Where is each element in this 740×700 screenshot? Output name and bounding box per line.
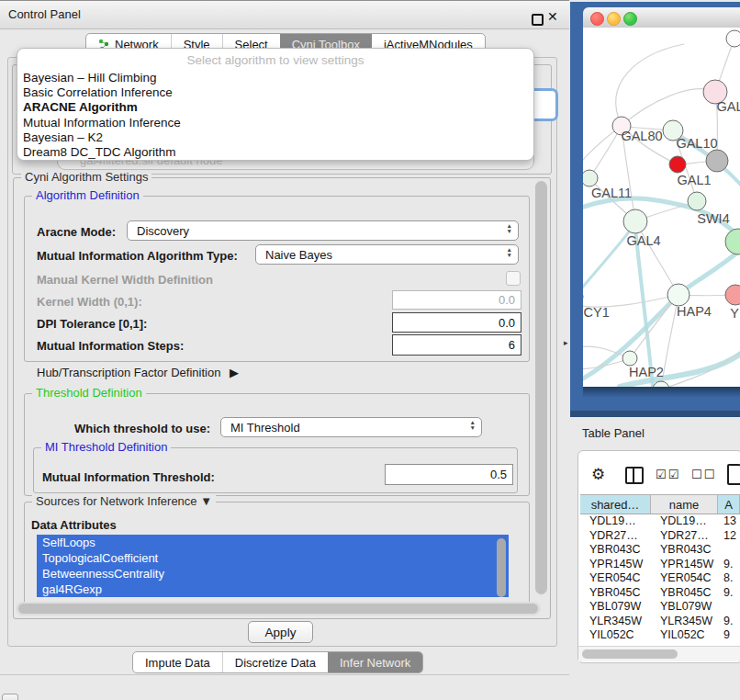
column-header-A[interactable]: A — [718, 495, 740, 514]
minimize-traffic-light[interactable] — [607, 12, 621, 26]
unchecked-pair-icon[interactable]: ☐☐ — [691, 468, 716, 481]
mi-steps-field[interactable]: 6 — [392, 334, 521, 356]
table-cell: YBR045C — [580, 586, 651, 601]
table-row[interactable]: YPR145WYPR145W9. — [580, 558, 740, 572]
which-threshold-combobox[interactable]: MI Threshold ▲▼ — [220, 417, 482, 437]
manual-kernel-checkbox[interactable] — [506, 271, 521, 286]
table-cell: YBL079W — [580, 600, 651, 615]
column-header-shared…[interactable]: shared… — [580, 495, 651, 514]
table-cell: YLR345W — [651, 615, 718, 629]
attribute-item-gal4rgexp[interactable]: gal4RGexp — [37, 581, 509, 597]
network-node-hap4[interactable] — [667, 284, 690, 306]
mi-steps-label: Mutual Information Steps: — [37, 339, 184, 353]
table-horizontal-scrollbar[interactable] — [582, 649, 678, 659]
settings-vertical-scrollbar[interactable] — [535, 181, 547, 594]
network-edge — [635, 228, 653, 387]
dropdown-item-basic-correlation-inference[interactable]: Basic Correlation Inference — [17, 85, 533, 100]
table-row[interactable]: YBR045CYBR045C9. — [580, 586, 740, 601]
dropdown-item-bayesian-k2[interactable]: Bayesian – K2 — [17, 130, 533, 145]
mi-threshold-field[interactable]: 0.5 — [385, 464, 513, 485]
table-cell: YIL052C — [580, 628, 651, 643]
attributes-list-scrollbar[interactable] — [497, 538, 506, 597]
network-window-shadow — [583, 387, 740, 398]
node-label-hap4: HAP4 — [677, 304, 712, 319]
table-cell: YER054C — [651, 571, 718, 586]
dpi-tolerance-field[interactable]: 0.0 — [392, 312, 521, 333]
dropdown-item-bayesian-hill-climbing[interactable]: Bayesian – Hill Climbing — [17, 71, 533, 85]
hub-definition-expander[interactable]: Hub/Transcription Factor Definition ▶ — [37, 366, 239, 379]
tab-infer-network[interactable]: Infer Network — [328, 652, 422, 672]
table-cell: 8. — [718, 571, 740, 586]
table-row[interactable]: YDR27…YDR27…12 — [580, 529, 740, 544]
document-icon[interactable] — [727, 464, 740, 485]
attribute-item-betweennesscentrality[interactable]: BetweennessCentrality — [37, 566, 509, 581]
network-node-gal4[interactable] — [623, 209, 647, 233]
which-threshold-label: Which threshold to use: — [74, 422, 210, 435]
mi-type-label: Mutual Information Algorithm Type: — [37, 249, 238, 263]
node-label-y: Y — [730, 306, 739, 321]
network-view-canvas[interactable]: GALGAL80GAL10GAL1GAL11SWI4GAL4GCY1HAP4YH… — [583, 28, 740, 387]
collapse-arrow-icon[interactable]: ▼ — [200, 494, 212, 508]
mi-type-value: Naive Bayes — [265, 248, 332, 262]
tab-discretize-data[interactable]: Discretize Data — [222, 652, 328, 672]
network-node-gal11[interactable] — [583, 170, 598, 186]
desktop-bottom-edge — [570, 411, 740, 417]
threshold-definition-title: Threshold Definition — [32, 386, 146, 400]
attribute-item-topologicalcoefficient[interactable]: TopologicalCoefficient — [37, 550, 509, 566]
table-row[interactable]: YER054CYER054C8. — [580, 571, 740, 586]
dropdown-prompt: Select algorithm to view settings — [17, 53, 533, 71]
aracne-mode-combobox[interactable]: Discovery ▲▼ — [127, 220, 519, 241]
network-node[interactable] — [706, 150, 728, 172]
close-traffic-light[interactable] — [590, 12, 604, 26]
node-label-gal4: GAL4 — [626, 233, 660, 248]
table-row[interactable]: YBR043CYBR043C — [580, 543, 740, 558]
settings-group-title: Cyni Algorithm Settings — [21, 170, 151, 184]
mi-type-combobox[interactable]: Naive Bayes ▲▼ — [255, 244, 519, 265]
table-row[interactable]: YIL052CYIL052C9 — [580, 628, 740, 643]
corner-button[interactable] — [2, 694, 18, 700]
node-label-gcy1: GCY1 — [583, 305, 610, 320]
dropdown-item-dream8-dc-tdc-algorithm[interactable]: Dream8 DC_TDC Algorithm — [17, 145, 533, 160]
table-row[interactable]: YDL19…YDL19…13 — [580, 514, 740, 529]
sources-title-text: Sources for Network Inference — [36, 494, 197, 508]
column-header-name[interactable]: name — [651, 495, 718, 514]
apply-button[interactable]: Apply — [248, 621, 313, 643]
close-icon[interactable]: ✕ — [547, 9, 558, 24]
hub-definition-label: Hub/Transcription Factor Definition — [37, 366, 220, 379]
network-edge — [622, 89, 715, 126]
kernel-width-label: Kernel Width (0,1): — [37, 295, 142, 309]
table-horizontal-scroll-track — [578, 646, 740, 661]
table-row[interactable]: YLR345WYLR345W9. — [580, 615, 740, 629]
kernel-width-field[interactable]: 0.0 — [392, 290, 521, 310]
network-graph: GALGAL80GAL10GAL1GAL11SWI4GAL4GCY1HAP4YH… — [583, 28, 740, 387]
gear-icon[interactable]: ⚙ — [591, 465, 605, 484]
network-node-y[interactable] — [725, 285, 740, 305]
attribute-item-selfloops[interactable]: SelfLoops — [37, 535, 509, 550]
network-window-titlebar — [583, 7, 740, 28]
network-node-hap2[interactable] — [622, 351, 637, 366]
data-attributes-list: SelfLoopsTopologicalCoefficientBetweenne… — [37, 535, 509, 600]
table-cell: 13 — [718, 514, 740, 529]
data-attributes-label: Data Attributes — [31, 518, 117, 532]
dropdown-item-mutual-information-inference[interactable]: Mutual Information Inference — [17, 116, 533, 130]
network-node[interactable] — [726, 30, 740, 47]
settings-horizontal-scrollbar[interactable] — [18, 604, 538, 614]
zoom-traffic-light[interactable] — [623, 12, 637, 26]
dropdown-item-aracne-algorithm[interactable]: ARACNE Algorithm — [17, 100, 533, 115]
panel-resize-arrow[interactable]: ▸ — [564, 338, 568, 347]
network-node-gal1[interactable] — [669, 156, 686, 173]
mi-threshold-group-title: MI Threshold Definition — [41, 440, 171, 454]
network-node-swi4[interactable] — [688, 192, 706, 210]
table-cell: YER054C — [580, 571, 651, 586]
table-body: YDL19…YDL19…13YDR27…YDR27…12YBR043CYBR04… — [580, 514, 740, 643]
float-window-icon[interactable] — [532, 14, 544, 26]
bottom-tabbar: Impute DataDiscretize DataInfer Network — [132, 651, 423, 673]
table-cell: 9. — [718, 615, 740, 629]
table-cell: YLR345W — [580, 615, 651, 629]
tab-impute-data[interactable]: Impute Data — [133, 652, 222, 672]
table-row[interactable]: YBL079WYBL079W — [580, 600, 740, 615]
split-column-icon[interactable] — [625, 467, 644, 484]
split-column-divider — [633, 469, 634, 482]
checked-pair-icon[interactable]: ☑☑ — [656, 468, 680, 481]
network-node[interactable] — [725, 229, 740, 254]
